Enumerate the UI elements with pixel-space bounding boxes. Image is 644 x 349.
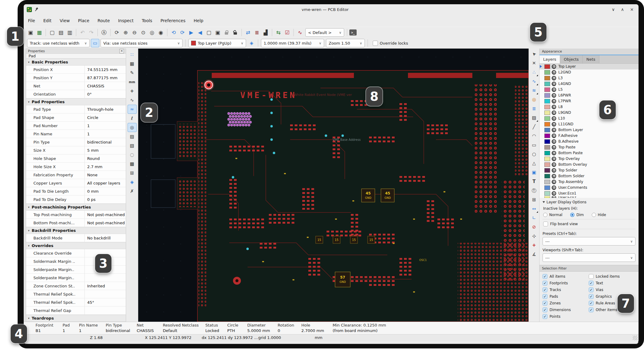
add-rectangle-tool-icon[interactable]: ▭: [530, 141, 538, 149]
add-image-tool-icon[interactable]: ▣: [530, 168, 538, 177]
layer-color-swatch[interactable]: [544, 180, 550, 184]
property-value[interactable]: 0 ps: [85, 195, 126, 203]
layer-color-swatch[interactable]: [544, 157, 550, 161]
checkbox-icon[interactable]: ✓: [589, 301, 594, 306]
print-icon[interactable]: ▤: [57, 29, 65, 37]
property-value[interactable]: 1: [85, 130, 126, 138]
layer-color-swatch[interactable]: [544, 162, 550, 167]
layer-row-l5[interactable]: L5: [540, 87, 639, 93]
filter-footprints[interactable]: ✓Footprints: [543, 280, 589, 286]
layer-row-f-adhesive[interactable]: F.Adhesive: [540, 133, 639, 139]
visibility-eye-icon[interactable]: [552, 174, 556, 178]
property-value[interactable]: [85, 307, 126, 314]
add-line-tool-icon[interactable]: ╱: [530, 123, 538, 131]
checkbox-icon[interactable]: ✓: [589, 307, 594, 312]
rotate-ccw-icon[interactable]: ⟲: [170, 29, 178, 37]
add-leader-tool-icon[interactable]: ∟: [530, 214, 538, 222]
visibility-eye-icon[interactable]: [552, 157, 556, 161]
menu-route[interactable]: Route: [98, 18, 110, 23]
polar-coordinates-icon[interactable]: ✎: [128, 69, 136, 77]
layer-row-l3[interactable]: L3: [540, 75, 639, 81]
property-value[interactable]: 87.877175 mm: [85, 74, 126, 82]
checkbox-icon[interactable]: ✓: [543, 287, 547, 292]
page-settings-icon[interactable]: ▢: [48, 29, 56, 37]
layer-row-user-eco1[interactable]: User.Eco1: [540, 191, 639, 196]
tune-length-tool-icon[interactable]: ≋: [530, 86, 538, 95]
drawing-sheet-icon[interactable]: ⊞: [128, 169, 136, 177]
resize-grip[interactable]: [633, 336, 637, 340]
visibility-eye-icon[interactable]: [552, 185, 556, 190]
section-header-overrides[interactable]: ∨Overrides: [26, 242, 126, 249]
layer-color-swatch[interactable]: [544, 196, 550, 198]
override-locks-checkbox[interactable]: [373, 41, 378, 46]
zoom-selection-icon[interactable]: ◉: [157, 29, 165, 37]
add-textbox-tool-icon[interactable]: Ⓣ: [530, 186, 538, 195]
shade-icon[interactable]: ∨: [612, 7, 615, 12]
maximize-icon[interactable]: ∧: [621, 7, 624, 12]
curved-ratsnest-icon[interactable]: ≈: [128, 105, 136, 114]
menu-place[interactable]: Place: [78, 18, 89, 23]
menu-preferences[interactable]: Preferences: [160, 18, 185, 23]
menu-inspect[interactable]: Inspect: [118, 18, 134, 23]
undo-icon[interactable]: ↶: [78, 29, 87, 37]
layer-color-swatch[interactable]: [544, 105, 550, 109]
zoom-fit-objects-icon[interactable]: ◎: [148, 29, 156, 37]
layer-row-bottom-paste[interactable]: Bottom Paste: [540, 150, 639, 156]
layer-row-bottom-layer[interactable]: Bottom Layer: [540, 127, 639, 133]
property-value[interactable]: 0 mm: [85, 187, 126, 195]
visibility-eye-icon[interactable]: [552, 145, 556, 150]
tab-objects[interactable]: Objects: [560, 55, 583, 63]
grid-size-dropdown[interactable]: 1.0000 mm (39.37 mils)∨: [261, 39, 324, 47]
section-header-basic-properties[interactable]: ∨Basic Properties: [26, 59, 126, 66]
section-header-teardrops[interactable]: ∨Teardrops: [26, 315, 126, 322]
zoom-in-icon[interactable]: ⊕: [122, 29, 130, 37]
visibility-eye-icon[interactable]: [552, 82, 556, 86]
property-value[interactable]: None: [85, 171, 126, 179]
visibility-eye-icon[interactable]: [552, 105, 556, 109]
radio-normal[interactable]: [543, 213, 547, 217]
drc-icon[interactable]: ☑: [283, 29, 291, 37]
add-table-tool-icon[interactable]: ⊞: [530, 195, 538, 204]
filter-points[interactable]: ✓Points: [543, 313, 589, 320]
find-icon[interactable]: Ⓐ: [100, 29, 108, 37]
visibility-eye-icon[interactable]: [552, 151, 556, 155]
property-value[interactable]: Round: [85, 154, 126, 162]
pin-icon[interactable]: [35, 8, 39, 11]
add-circle-tool-icon[interactable]: ○: [530, 150, 538, 158]
property-value[interactable]: No backdrill: [85, 234, 126, 242]
property-value[interactable]: Not post-machined: [85, 211, 126, 219]
delete-tool-icon[interactable]: ⊘: [530, 223, 538, 231]
layer-color-swatch[interactable]: [544, 76, 550, 80]
visibility-eye-icon[interactable]: [552, 191, 556, 196]
layer-row-top-overlay[interactable]: Top Overlay: [540, 156, 639, 162]
layer-color-swatch[interactable]: [544, 87, 550, 92]
property-value[interactable]: Not post-machined: [85, 219, 126, 227]
menu-help[interactable]: Help: [194, 18, 204, 23]
lock-icon[interactable]: [222, 29, 231, 37]
property-value[interactable]: All copper layers: [85, 179, 126, 187]
menu-edit[interactable]: Edit: [43, 18, 51, 23]
viewports-dropdown[interactable]: ---∨: [543, 253, 635, 262]
layer-color-swatch[interactable]: [544, 128, 550, 132]
visibility-eye-icon[interactable]: [552, 76, 556, 80]
property-value[interactable]: 0°: [85, 90, 126, 98]
presets-dropdown[interactable]: ---∨: [543, 237, 635, 246]
property-value[interactable]: Circle: [85, 114, 126, 121]
layer-color-swatch[interactable]: [544, 168, 550, 173]
section-header-backdrill-properties[interactable]: ∨Backdrill Properties: [26, 227, 126, 234]
property-value[interactable]: Through-hole: [85, 105, 126, 113]
visibility-eye-icon[interactable]: [552, 64, 556, 69]
property-value[interactable]: 45°: [85, 298, 126, 306]
checkbox-icon[interactable]: ✓: [543, 294, 547, 299]
section-header-post-machining-properties[interactable]: ∨Post-machining Properties: [26, 204, 126, 211]
checkbox-icon[interactable]: ✓: [543, 301, 547, 306]
layer-row-l11gnd[interactable]: L11GND: [540, 121, 639, 127]
layer-row-top-layer[interactable]: Top Layer: [540, 64, 639, 69]
close-icon[interactable]: ×: [119, 49, 124, 53]
zoom-fit-icon[interactable]: ⊙: [139, 29, 147, 37]
align-distribute-tool-icon[interactable]: ≣: [530, 104, 538, 113]
property-value[interactable]: [85, 290, 126, 298]
filter-locked-items[interactable]: Locked items: [589, 273, 635, 280]
visibility-eye-icon[interactable]: [552, 122, 556, 127]
layer-pair-icon[interactable]: ◈: [248, 39, 255, 47]
